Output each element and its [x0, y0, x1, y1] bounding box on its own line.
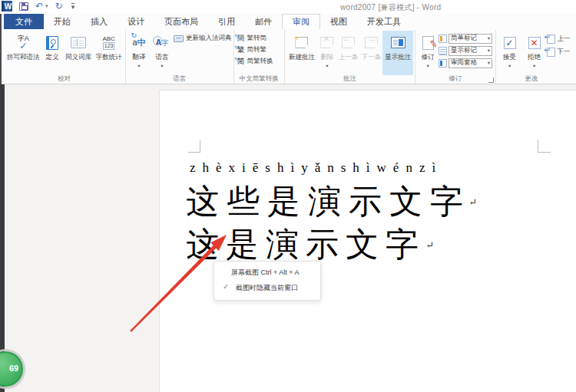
tab-page-layout[interactable]: 页面布局	[154, 14, 208, 29]
show-markup-icon	[439, 47, 447, 55]
translate-button[interactable]: ↻a中 翻译 ▾	[127, 31, 151, 75]
tab-design[interactable]: 设计	[118, 14, 154, 29]
update-ime-dictionary-button[interactable]: 更新输入法词典	[174, 33, 232, 44]
display-for-review-control[interactable]: 简单标记▾	[439, 33, 492, 44]
recorder-badge[interactable]: 69	[0, 351, 23, 387]
screenshot-shortcut-label[interactable]: 屏幕截图 Ctrl + Alt + A	[231, 268, 300, 278]
simplified-to-traditional-button[interactable]: ↻繁 简转繁	[237, 44, 273, 55]
language-button[interactable]: A字 语言 ▾	[151, 31, 174, 75]
reviewing-pane-control[interactable]: 审阅窗格▾	[439, 58, 492, 68]
word-count-label: 字数统计	[96, 53, 122, 62]
group-label-conversion: 中文简繁转换	[234, 74, 285, 84]
ime-dictionary-icon	[174, 35, 184, 42]
tab-home[interactable]: 开始	[44, 14, 81, 29]
next-change-button[interactable]: 下一	[547, 47, 571, 58]
tab-file[interactable]: 文件	[4, 14, 44, 29]
new-comment-button[interactable]: ✳ 新建批注	[286, 31, 317, 75]
language-dropdown-icon: ▾	[161, 63, 163, 69]
simple-markup-icon	[439, 35, 447, 43]
recorder-badge-count: 69	[9, 364, 18, 373]
word-logo-icon: W	[2, 1, 12, 12]
tab-references[interactable]: 引用	[208, 14, 245, 29]
paragraph-mark-1: ↵	[468, 196, 477, 209]
undo-icon[interactable]: ↶	[35, 2, 43, 11]
undo-dropdown-icon[interactable]: ▾	[45, 3, 48, 9]
reject-button[interactable]: ✕ 拒绝 ▾	[522, 31, 547, 75]
delete-dropdown-icon: ▾	[326, 63, 328, 69]
translate-label: 翻译	[133, 53, 146, 62]
save-icon[interactable]	[19, 2, 28, 11]
simp-to-trad-label: 简转繁	[247, 45, 267, 54]
next-comment-button[interactable]: → 下一条	[360, 31, 383, 75]
reviewing-pane-dropdown-icon: ▾	[488, 60, 490, 66]
word-window: W ↶ ▾ ↻ ▾ word2007 [兼容模式] - Word 文件 开始 插…	[0, 0, 576, 392]
language-label: 语言	[156, 53, 169, 62]
show-comments-label: 显示批注	[385, 53, 411, 62]
group-comments: ✳ 新建批注 ✕ 删除 ▾ ← 上一条 → 下一条 显示批注 批注	[285, 30, 415, 84]
group-label-tracking: 修订	[415, 74, 495, 84]
simple-markup-value: 简单标记	[451, 34, 477, 43]
next-change-icon	[547, 48, 555, 57]
track-changes-button[interactable]: ✎ 修订 ▾	[417, 31, 439, 75]
tab-insert[interactable]: 插入	[81, 14, 118, 29]
paragraph-mark-2: ↵	[425, 239, 434, 252]
thesaurus-label: 同义词库	[65, 53, 91, 62]
tab-developer[interactable]: 开发工具	[357, 14, 411, 29]
previous-comment-button[interactable]: ← 上一条	[337, 31, 360, 75]
delete-comment-button[interactable]: ✕ 删除 ▾	[317, 31, 337, 75]
document-text-line-1[interactable]: 这些是演示文字	[186, 180, 471, 224]
show-comments-button[interactable]: 显示批注	[382, 31, 413, 75]
translate-icon: ↻a中	[132, 37, 145, 48]
accept-dropdown-icon: ▾	[508, 63, 511, 69]
customize-qat-icon[interactable]: ▾	[71, 3, 75, 10]
screenshot-tooltip: 屏幕截图 Ctrl + Alt + A ✓ 截图时隐藏当前窗口	[214, 261, 321, 301]
next-comment-label: 下一条	[362, 53, 382, 62]
group-label-proofing: 校对	[3, 74, 125, 84]
reject-label: 拒绝	[528, 53, 541, 62]
convert-button[interactable]: ↻简 简繁转换	[237, 56, 273, 67]
delete-comment-icon: ✕	[320, 37, 333, 48]
ribbon: 字A ✓ 拼写和语法 定义 同义词库 ABC 123 字数统计 校对	[0, 29, 576, 84]
next-change-label: 下一	[558, 48, 571, 57]
ribbon-tab-bar: 文件 开始 插入 设计 页面布局 引用 邮件 审阅 视图 开发工具	[0, 14, 576, 29]
previous-change-button[interactable]: 上一	[547, 34, 571, 44]
previous-change-label: 上一	[558, 35, 571, 44]
left-edge-strip-top	[0, 14, 2, 84]
tab-review[interactable]: 审阅	[282, 14, 320, 29]
left-edge-strip	[0, 84, 5, 392]
accept-icon: ✓	[504, 37, 516, 49]
track-dropdown-icon: ▾	[426, 63, 429, 69]
show-comments-icon	[391, 37, 406, 48]
spelling-grammar-button[interactable]: 字A ✓ 拼写和语法	[5, 31, 41, 75]
redo-icon[interactable]: ↻	[55, 2, 63, 11]
accept-button[interactable]: ✓ 接受 ▾	[498, 31, 522, 75]
language-icon: A字	[156, 38, 169, 48]
reviewing-pane-value: 审阅窗格	[451, 58, 477, 68]
show-markup-dropdown-icon: ▾	[488, 48, 490, 54]
translate-dropdown-icon: ▾	[137, 63, 140, 69]
previous-change-icon	[547, 35, 555, 44]
tab-view[interactable]: 视图	[320, 14, 357, 29]
checkmark-icon: ✓	[223, 282, 229, 291]
group-label-changes: 更改	[487, 74, 576, 84]
spelling-grammar-label: 拼写和语法	[7, 53, 40, 62]
traditional-to-simplified-button[interactable]: ↻簡 繁转简	[237, 33, 273, 44]
show-markup-value: 显示标记	[451, 46, 477, 55]
margin-corner-top-left	[188, 140, 200, 153]
define-button[interactable]: 定义	[41, 31, 62, 75]
group-label-comments: 批注	[285, 74, 415, 84]
update-ime-label: 更新输入法词典	[186, 34, 232, 43]
group-language: ↻a中 翻译 ▾ A字 语言 ▾ 更新输入法词典 语言	[126, 30, 234, 84]
thesaurus-button[interactable]: 同义词库	[63, 31, 94, 75]
delete-comment-label: 删除	[320, 53, 333, 62]
define-label: 定义	[46, 53, 59, 62]
hide-window-option[interactable]: 截图时隐藏当前窗口	[236, 283, 298, 293]
show-markup-control[interactable]: 显示标记▾	[439, 45, 492, 56]
word-count-button[interactable]: ABC 123 字数统计	[94, 31, 124, 75]
thesaurus-icon	[71, 37, 86, 48]
simple-markup-dropdown-icon: ▾	[488, 35, 490, 41]
tab-mailings[interactable]: 邮件	[245, 14, 282, 29]
convert-label: 简繁转换	[247, 57, 273, 66]
convert-icon: ↻简	[237, 58, 245, 65]
track-changes-label: 修订	[422, 53, 435, 62]
